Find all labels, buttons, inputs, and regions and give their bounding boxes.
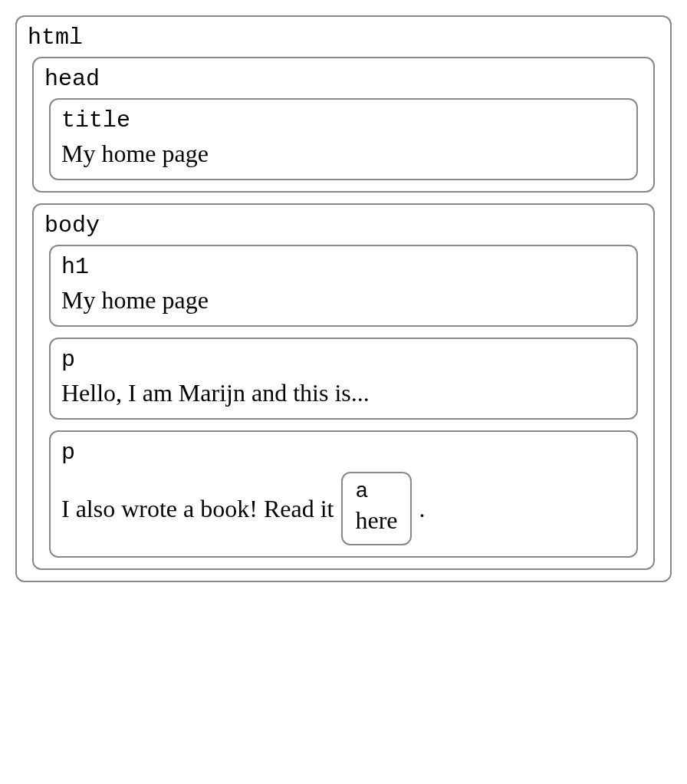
body-tag-label: body <box>44 212 643 239</box>
title-node: title My home page <box>49 98 638 180</box>
a-node: a here <box>341 472 411 545</box>
html-tag-label: html <box>28 25 659 51</box>
head-node: head title My home page <box>32 57 655 193</box>
a-text: here <box>355 506 397 534</box>
title-tag-label: title <box>61 107 626 133</box>
p2-text-after: . <box>419 495 426 523</box>
h1-tag-label: h1 <box>61 254 626 280</box>
title-text: My home page <box>61 140 209 167</box>
p2-text-before: I also wrote a book! Read it <box>61 495 334 523</box>
p1-node: p Hello, I am Marijn and this is... <box>49 338 638 420</box>
head-tag-label: head <box>44 66 643 92</box>
body-node: body h1 My home page p Hello, I am Marij… <box>32 203 655 570</box>
p1-tag-label: p <box>61 347 626 373</box>
a-tag-label: a <box>355 479 397 503</box>
p2-node: p I also wrote a book! Read it a here . <box>49 430 638 558</box>
p1-text: Hello, I am Marijn and this is... <box>61 379 370 407</box>
h1-text: My home page <box>61 286 209 314</box>
html-node: html head title My home page body h1 My … <box>15 15 672 582</box>
p2-tag-label: p <box>61 440 626 466</box>
h1-node: h1 My home page <box>49 245 638 327</box>
